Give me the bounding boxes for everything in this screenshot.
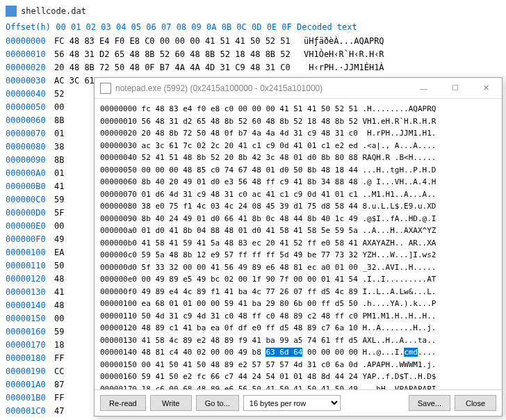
memory-viewer-popup: notepad.exe (5992) (0x2415a100000 - 0x24…	[94, 77, 503, 417]
popup-hex-row[interactable]: 00000110 50 4d 31 c9 4d 31 c0 48 ff c0 4…	[100, 310, 496, 323]
popup-hex-row[interactable]: 00000170 18 c6 00 68 48 89 e6 56 50 41 5…	[100, 383, 496, 390]
popup-hex-row[interactable]: 00000120 48 89 c1 41 ba ea 0f df e0 ff d…	[100, 322, 496, 334]
popup-hex-row[interactable]: 000000d0 5f 33 32 00 00 41 56 49 89 e6 4…	[100, 261, 496, 274]
maximize-button[interactable]: ☐	[439, 78, 471, 99]
popup-footer: Re-read Write Go to... 16 bytes per row …	[95, 389, 502, 416]
popup-hex-row[interactable]: 00000030 ac 3c 61 7c 02 2c 20 41 c1 c9 0…	[100, 140, 496, 152]
bg-file-title: shellcode.dat	[6, 3, 500, 22]
popup-hex-row[interactable]: 000000a0 01 d0 41 8b 04 88 48 01 d0 41 5…	[100, 225, 496, 237]
file-icon	[6, 6, 17, 17]
popup-hex-row[interactable]: 00000000 fc 48 83 e4 f0 e8 c0 00 00 00 4…	[100, 103, 496, 115]
popup-hex-row[interactable]: 00000070 01 d6 4d 31 c9 48 31 c0 ac 41 c…	[100, 188, 496, 201]
popup-hex-row[interactable]: 00000010 56 48 31 d2 65 48 8b 52 60 48 8…	[100, 115, 496, 128]
minimize-button[interactable]: —	[408, 78, 439, 99]
popup-hex-row[interactable]: 00000050 00 00 00 48 85 c0 74 67 48 01 d…	[100, 164, 496, 177]
popup-title: notepad.exe (5992) (0x2415a100000 - 0x24…	[115, 83, 408, 93]
popup-hex-row[interactable]: 00000080 38 e0 75 f1 4c 03 4c 24 08 45 3…	[100, 200, 496, 213]
popup-hex-row[interactable]: 000000e0 00 49 89 e5 49 bc 02 00 1f 90 7…	[100, 273, 496, 286]
window-controls: — ☐ ✕	[408, 78, 502, 99]
close-popup-button[interactable]: Close	[455, 395, 496, 411]
bg-filename: shellcode.dat	[21, 6, 86, 16]
save-button[interactable]: Save...	[409, 395, 450, 411]
hex-column-header: Offset(h) 00 01 02 03 04 05 06 07 08 09 …	[6, 22, 500, 35]
popup-hex-body[interactable]: 00000000 fc 48 83 e4 f0 e8 c0 00 00 00 4…	[95, 99, 502, 389]
popup-hex-row[interactable]: 000000c0 59 5a 48 8b 12 e9 57 ff ff ff 5…	[100, 249, 496, 261]
popup-hex-row[interactable]: 00000020 20 48 8b 72 50 48 0f b7 4a 4a 4…	[100, 127, 496, 140]
popup-titlebar[interactable]: notepad.exe (5992) (0x2415a100000 - 0x24…	[95, 78, 502, 99]
popup-hex-row[interactable]: 000000b0 41 58 41 59 41 5a 48 83 ec 20 4…	[100, 237, 496, 250]
popup-hex-row[interactable]: 00000060 8b 40 20 49 01 d0 e3 56 48 ff c…	[100, 176, 496, 188]
write-button[interactable]: Write	[150, 395, 192, 411]
goto-button[interactable]: Go to...	[196, 395, 239, 411]
popup-hex-row[interactable]: 00000160 59 41 50 e2 fc 66 c7 44 24 54 0…	[100, 371, 496, 383]
hex-row: 0000002020 48 8B 72 50 48 0F B7 4A 4A 4D…	[6, 61, 500, 74]
popup-hex-row[interactable]: 000000f0 49 89 e4 4c 89 f1 41 ba 4c 77 2…	[100, 286, 496, 298]
popup-hex-row[interactable]: 00000090 8b 40 24 49 01 d0 66 41 8b 0c 4…	[100, 213, 496, 225]
popup-hex-row[interactable]: 00000130 41 58 4c 89 e2 48 89 f9 41 ba 9…	[100, 334, 496, 347]
close-button[interactable]: ✕	[471, 78, 502, 99]
popup-hex-row[interactable]: 00000140 48 81 c4 40 02 00 00 49 b8 63 6…	[100, 346, 496, 359]
reread-button[interactable]: Re-read	[100, 395, 146, 411]
popup-hex-row[interactable]: 00000150 00 41 50 41 50 48 89 e2 57 57 5…	[100, 359, 496, 371]
window-icon	[100, 83, 111, 94]
popup-hex-row[interactable]: 00000040 52 41 51 48 8b 52 20 8b 42 3c 4…	[100, 152, 496, 164]
hex-row: 00000000FC 48 83 E4 F0 E8 C0 00 00 00 41…	[6, 35, 500, 48]
popup-hex-row[interactable]: 00000100 ea 68 01 01 00 00 59 41 ba 29 8…	[100, 298, 496, 310]
bytes-per-row-select[interactable]: 16 bytes per row	[243, 395, 341, 411]
hex-row: 0000001056 48 31 D2 65 48 8B 52 60 48 8B…	[6, 48, 500, 61]
